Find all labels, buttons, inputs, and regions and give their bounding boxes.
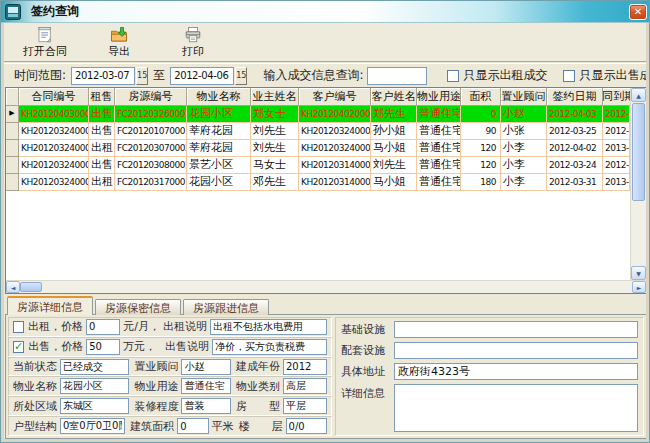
scroll-right-icon[interactable]: ►: [632, 281, 646, 293]
table-row[interactable]: KH201203240003出租FC201203070002莘府花园刘先生KH2…: [6, 140, 630, 157]
grid-cell[interactable]: 普通住宅: [417, 123, 461, 140]
grid-cell[interactable]: 小李: [501, 174, 547, 191]
grid-cell[interactable]: 刘先生: [251, 140, 299, 157]
search-input[interactable]: [367, 67, 427, 85]
table-row[interactable]: KH201203240004出售FC201201070001莘府花园刘先生KH2…: [6, 123, 630, 140]
grid-cell[interactable]: 2012-03-24: [547, 157, 603, 174]
grid-col-header-9[interactable]: 置业顾问: [501, 88, 547, 106]
calendar-icon[interactable]: 15: [136, 67, 148, 85]
grid-cell[interactable]: 普通住宅: [417, 140, 461, 157]
open-contract-button[interactable]: 打开合同: [16, 24, 74, 60]
grid-cell[interactable]: 小张: [501, 123, 547, 140]
grid-cell[interactable]: 0: [461, 106, 501, 123]
grid-col-header-5[interactable]: 客户编号: [299, 88, 371, 106]
grid-cell[interactable]: 2012-04-: [603, 106, 630, 123]
sale-checkbox[interactable]: ✓: [13, 341, 24, 353]
grid-cell[interactable]: 120: [461, 140, 501, 157]
grid-cell[interactable]: 2012-03-25: [547, 123, 603, 140]
grid-cell[interactable]: KH201204030001: [19, 106, 89, 123]
grid-cell[interactable]: 莘府花园: [187, 123, 251, 140]
details-textarea[interactable]: [394, 384, 638, 432]
grid-cell[interactable]: 2013-03-: [603, 174, 630, 191]
tab-property-confidential[interactable]: 房源保密信息: [95, 299, 181, 315]
grid-cell[interactable]: 刘先生: [371, 157, 417, 174]
grid-cell[interactable]: 马小姐: [371, 174, 417, 191]
grid-cell[interactable]: 普通住宅: [417, 106, 461, 123]
grid-cell[interactable]: 郑先生: [371, 106, 417, 123]
grid-cell[interactable]: FC201203260001: [115, 106, 187, 123]
infrastructure-input[interactable]: [394, 321, 638, 338]
floor-area-input[interactable]: [177, 418, 208, 434]
grid-cell[interactable]: 出售: [89, 123, 115, 140]
property-class-input[interactable]: [283, 378, 327, 394]
rent-checkbox[interactable]: [13, 321, 24, 333]
facilities-input[interactable]: [394, 342, 638, 359]
property-use-input[interactable]: [181, 378, 231, 394]
rent-note-input[interactable]: [210, 319, 327, 335]
grid-cell[interactable]: 莘府花园: [187, 140, 251, 157]
table-row[interactable]: ▶KH201204030001出售FC201203260001花园小区郑女士KH…: [6, 106, 630, 123]
only-sale-checkbox[interactable]: [563, 70, 575, 82]
grid-cell[interactable]: 普通住宅: [417, 157, 461, 174]
vertical-scrollbar[interactable]: ▲ ▼: [630, 88, 646, 280]
grid-cell[interactable]: 2012-04-03: [547, 106, 603, 123]
vertical-scroll-thumb[interactable]: [632, 103, 645, 201]
grid-cell[interactable]: KH201203240004: [299, 123, 371, 140]
grid-cell[interactable]: 出租: [89, 140, 115, 157]
only-sale-checkbox-group[interactable]: 只显示出售成交: [563, 67, 650, 84]
grid-cell[interactable]: KH201203140002: [299, 174, 371, 191]
grid-cell[interactable]: 小赵: [501, 106, 547, 123]
scroll-down-icon[interactable]: ▼: [631, 266, 646, 280]
close-icon[interactable]: ✕: [629, 4, 647, 20]
grid-cell[interactable]: 马女士: [251, 157, 299, 174]
grid-cell[interactable]: KH201203240001: [19, 174, 89, 191]
tab-property-detail[interactable]: 房源详细信息: [7, 296, 93, 315]
build-year-input[interactable]: [283, 359, 327, 375]
grid-col-header-1[interactable]: 租售: [89, 88, 115, 106]
horizontal-scroll-thumb[interactable]: [20, 282, 42, 292]
grid-cell[interactable]: 出售: [89, 157, 115, 174]
grid-cell[interactable]: 花园小区: [187, 174, 251, 191]
layout-input[interactable]: [60, 418, 125, 434]
scroll-up-icon[interactable]: ▲: [631, 88, 646, 102]
current-status-input[interactable]: [60, 359, 129, 375]
grid-col-header-10[interactable]: 签约日期: [547, 88, 603, 106]
horizontal-scrollbar[interactable]: ◄ ►: [6, 280, 646, 293]
grid-cell[interactable]: 马小姐: [371, 140, 417, 157]
grid-col-header-0[interactable]: 合同编号: [19, 88, 89, 106]
grid-cell[interactable]: 出租: [89, 174, 115, 191]
print-button[interactable]: 打印: [164, 24, 222, 60]
rent-price-input[interactable]: [86, 319, 120, 335]
grid-cell[interactable]: 景艺小区: [187, 157, 251, 174]
grid-cell[interactable]: KH201203240003: [19, 140, 89, 157]
grid-cell[interactable]: 2012-03-: [603, 123, 630, 140]
property-name-input[interactable]: [60, 378, 129, 394]
sale-price-input[interactable]: [86, 339, 120, 355]
grid-cell[interactable]: 120: [461, 157, 501, 174]
date-to-input[interactable]: [170, 67, 234, 85]
only-rent-checkbox-group[interactable]: 只显示出租成交: [447, 67, 547, 84]
grid-cell[interactable]: 花园小区: [187, 106, 251, 123]
date-from-input[interactable]: [71, 67, 135, 85]
grid-cell[interactable]: 出售: [89, 106, 115, 123]
grid-cell[interactable]: FC201201070001: [115, 123, 187, 140]
tab-property-followup[interactable]: 房源跟进信息: [183, 299, 269, 315]
grid-cell[interactable]: KH201204020001: [299, 106, 371, 123]
grid-cell[interactable]: FC201203080001: [115, 157, 187, 174]
calendar-icon[interactable]: 15: [235, 67, 247, 85]
grid-col-header-2[interactable]: 房源编号: [115, 88, 187, 106]
address-input[interactable]: [394, 363, 638, 380]
grid-cell[interactable]: 邓先生: [251, 174, 299, 191]
only-rent-checkbox[interactable]: [447, 70, 459, 82]
grid-cell[interactable]: 2012-03-31: [547, 174, 603, 191]
consultant-input[interactable]: [181, 359, 231, 375]
grid-cell[interactable]: KH201203140001: [299, 157, 371, 174]
table-row[interactable]: KH201203240002出售FC201203080001景艺小区马女士KH2…: [6, 157, 630, 174]
grid-cell[interactable]: 小李: [501, 157, 547, 174]
grid-col-header-3[interactable]: 物业名称: [187, 88, 251, 106]
grid-col-header-6[interactable]: 客户姓名: [371, 88, 417, 106]
grid-col-header-7[interactable]: 物业用途: [417, 88, 461, 106]
grid-cell[interactable]: 2012-03-: [603, 157, 630, 174]
scroll-left-icon[interactable]: ◄: [6, 281, 20, 293]
floor-input[interactable]: [286, 418, 328, 434]
